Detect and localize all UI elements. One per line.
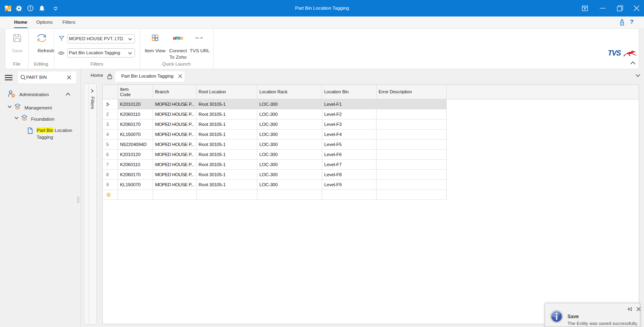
svg-text:TVS: TVS <box>195 37 199 39</box>
svg-text:O: O <box>181 37 182 39</box>
svg-text:O: O <box>176 37 178 39</box>
svg-text:H: H <box>178 37 180 39</box>
svg-text:TVS: TVS <box>608 49 621 57</box>
